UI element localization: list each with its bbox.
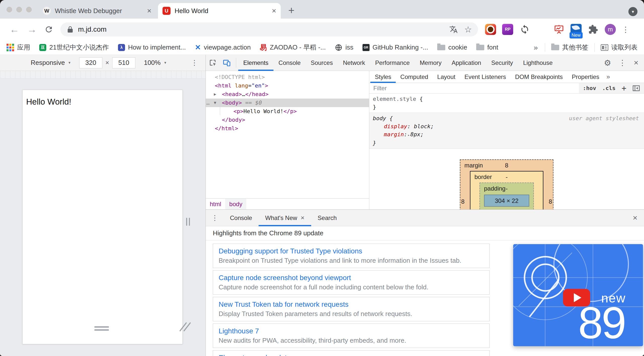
bookmark-novel[interactable]: 豆 21世纪中文小说杰作	[39, 43, 109, 52]
chrome-89-video-thumbnail[interactable]: new 89	[513, 244, 643, 346]
drawer-menu-icon[interactable]: ⋮	[206, 214, 223, 222]
drawer-tab-console[interactable]: Console	[223, 210, 259, 226]
device-zoom-select[interactable]: 100%	[144, 59, 161, 67]
reading-list[interactable]: 读取列表	[601, 43, 637, 52]
width-resize-handle[interactable]	[186, 218, 190, 226]
devtools-tab-performance[interactable]: Performance	[370, 55, 415, 71]
node-menu-icon[interactable]: …	[206, 99, 210, 107]
devtools-tab-network[interactable]: Network	[338, 55, 370, 71]
back-icon[interactable]: ←	[10, 25, 19, 34]
tab-search-button[interactable]: ▼	[628, 7, 637, 16]
devtools-tab-memory[interactable]: Memory	[415, 55, 447, 71]
inspect-element-icon[interactable]	[206, 59, 220, 67]
devtools-menu-icon[interactable]: ⋮	[619, 58, 626, 67]
tab-hello-world[interactable]: U Hello World ×	[158, 3, 281, 19]
devtools-tab-console[interactable]: Console	[273, 55, 306, 71]
sync-extension-icon[interactable]	[519, 24, 530, 35]
extensions-puzzle-icon[interactable]	[588, 24, 599, 35]
whats-new-card[interactable]: Debugging support for Trusted Type viola…	[213, 244, 490, 268]
tab-layout[interactable]: Layout	[433, 71, 460, 83]
tab-whistle[interactable]: W Whistle Web Debugger ×	[38, 3, 156, 19]
device-toolbar-toggle-icon[interactable]	[220, 59, 234, 67]
close-tab-icon[interactable]: ×	[147, 7, 151, 15]
other-bookmarks[interactable]: 其他书签	[551, 43, 588, 52]
bookmark-star-icon[interactable]: ☆	[464, 24, 472, 34]
styles-filter-input[interactable]	[369, 83, 579, 93]
devtools-tab-lighthouse[interactable]: Lighthouse	[518, 55, 557, 71]
devtools-close-icon[interactable]: ×	[634, 58, 638, 67]
camera-extension-icon[interactable]	[485, 24, 496, 35]
maximize-window-button[interactable]	[26, 7, 32, 12]
close-window-button[interactable]	[7, 7, 12, 12]
device-width-input[interactable]	[79, 57, 102, 68]
tab-styles[interactable]: Styles	[370, 71, 396, 83]
bookmark-iss[interactable]: iss	[335, 43, 353, 51]
expand-shorthand-icon[interactable]: ▸	[408, 133, 410, 137]
rendered-page[interactable]: Hello World!	[22, 90, 183, 344]
device-toolbar-menu-icon[interactable]: ⋮	[191, 59, 198, 67]
browser-menu-icon[interactable]: ⋮	[622, 25, 629, 34]
element-style-rule[interactable]: element.style { }	[369, 94, 644, 113]
address-bar[interactable]: m.jd.com ☆	[60, 22, 478, 36]
tab-event-listeners[interactable]: Event Listeners	[460, 71, 510, 83]
box-model-diagram[interactable]: margin 8 8 - - - - 8 border -	[460, 159, 553, 209]
screenshot-extension-icon[interactable]: New	[571, 24, 582, 35]
toggle-class-button[interactable]: .cls	[602, 85, 616, 91]
url-text[interactable]: m.jd.com	[78, 25, 449, 33]
bookmark-github-ranking[interactable]: GR GitHub Ranking -...	[363, 43, 428, 51]
dom-head[interactable]: ▶ <head>…</head>	[206, 90, 369, 99]
dom-html-close[interactable]: </html>	[206, 124, 369, 133]
tab-properties[interactable]: Properties	[567, 71, 604, 83]
bookmark-how-to-implement[interactable]: λ How to implement...	[118, 43, 186, 51]
translate-icon[interactable]	[449, 25, 458, 34]
tab-dom-breakpoints[interactable]: DOM Breakpoints	[511, 71, 567, 83]
whats-new-card[interactable]: Capture node screenshot beyond viewport …	[213, 270, 490, 295]
bookmark-viewpage[interactable]: ✕ viewpage.action	[195, 43, 251, 52]
devtools-tab-security[interactable]: Security	[486, 55, 518, 71]
more-tabs-icon[interactable]: »	[604, 73, 612, 81]
whats-new-card[interactable]: Elements panel updates	[213, 350, 490, 356]
bookmark-folder-font[interactable]: font	[476, 43, 498, 51]
css-property-display[interactable]: display: block;	[373, 122, 640, 130]
bookmarks-overflow-icon[interactable]: »	[534, 43, 538, 52]
device-mode-select[interactable]: Responsive	[31, 59, 65, 67]
bookmark-zaodao[interactable]: 易 ZAODAO - 早稻 -...	[260, 43, 326, 52]
dom-body-close[interactable]: </body>	[206, 116, 369, 124]
bookmark-folder-cookie[interactable]: cookie	[437, 43, 467, 51]
grid-extension-icon[interactable]	[536, 24, 547, 35]
toggle-hover-button[interactable]: :hov	[583, 85, 596, 91]
presentation-extension-icon[interactable]	[553, 24, 565, 35]
drawer-tab-whats-new[interactable]: What's New ×	[259, 210, 311, 226]
device-height-input[interactable]	[112, 57, 135, 68]
whats-new-card[interactable]: New Trust Token tab for network requests…	[213, 297, 490, 321]
card-link[interactable]: Lighthouse 7	[219, 327, 484, 335]
card-link[interactable]: New Trust Token tab for network requests	[219, 300, 484, 309]
dom-paragraph[interactable]: <p>Hello World!</p>	[206, 107, 369, 116]
crumb-html[interactable]: html	[206, 199, 225, 209]
bookmark-apps[interactable]: 应用	[7, 43, 30, 52]
profile-avatar[interactable]: m	[605, 24, 616, 35]
close-whats-new-icon[interactable]: ×	[301, 214, 304, 222]
dom-body-selected[interactable]: … ▼ <body> == $0	[206, 99, 369, 107]
settings-gear-icon[interactable]: ⚙	[604, 58, 611, 68]
card-link[interactable]: Capture node screenshot beyond viewport	[219, 274, 484, 282]
crumb-body[interactable]: body	[225, 199, 246, 209]
tab-computed[interactable]: Computed	[396, 71, 433, 83]
rp-extension-icon[interactable]: RP	[502, 24, 513, 35]
devtools-tab-sources[interactable]: Sources	[306, 55, 338, 71]
new-tab-button[interactable]: +	[288, 5, 295, 17]
close-tab-icon[interactable]: ×	[272, 7, 276, 15]
dom-html-open[interactable]: <html lang="en">	[206, 81, 369, 90]
dom-doctype[interactable]: <!DOCTYPE html>	[206, 73, 369, 81]
user-agent-body-rule[interactable]: body { user agent stylesheet display: bl…	[369, 113, 644, 149]
card-link[interactable]: Debugging support for Trusted Type viola…	[219, 247, 484, 255]
drawer-close-icon[interactable]: ×	[633, 213, 644, 222]
height-resize-handle[interactable]	[94, 326, 109, 332]
card-link[interactable]: Elements panel updates	[219, 353, 484, 356]
css-property-margin[interactable]: margin:▸8px;	[373, 130, 640, 139]
devtools-tab-elements[interactable]: Elements	[238, 55, 273, 71]
devtools-tab-application[interactable]: Application	[447, 55, 486, 71]
toggle-sidebar-icon[interactable]	[632, 85, 640, 92]
whats-new-card[interactable]: Lighthouse 7 New audits for PWA, accessi…	[213, 324, 490, 348]
new-style-rule-button[interactable]: +	[622, 83, 626, 93]
